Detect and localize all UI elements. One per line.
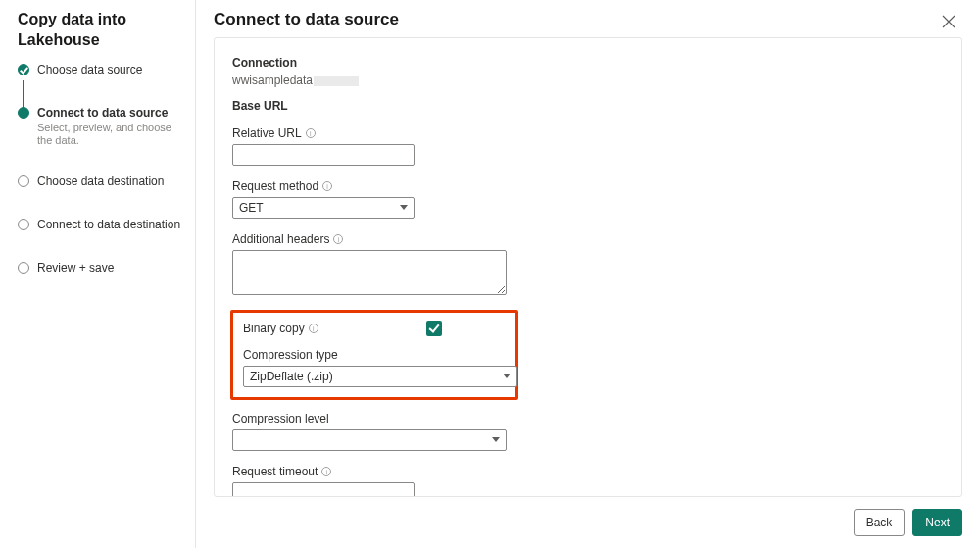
additional-headers-label: Additional headers i (232, 232, 944, 246)
page-title: Connect to data source (214, 10, 962, 29)
check-icon (18, 64, 29, 75)
compression-type-label: Compression type (243, 348, 506, 362)
info-icon[interactable]: i (322, 181, 332, 191)
back-button[interactable]: Back (854, 509, 906, 536)
step-connector (18, 84, 183, 104)
relative-url-field: Relative URL i (232, 126, 944, 166)
step-connector (18, 196, 183, 216)
chevron-down-icon (400, 205, 408, 213)
info-icon[interactable]: i (306, 128, 316, 138)
request-timeout-label: Request timeout i (232, 465, 944, 478)
compression-type-field: Compression type ZipDeflate (.zip) (243, 348, 506, 387)
form-card: Connection wwisampledata Base URL Relati… (214, 37, 962, 497)
info-icon[interactable]: i (333, 234, 343, 244)
info-icon[interactable]: i (321, 467, 331, 476)
wizard-title: Copy data into Lakehouse (18, 10, 183, 51)
step-connect-to-data-destination[interactable]: Connect to data destination (18, 218, 183, 233)
step-review-save[interactable]: Review + save (18, 261, 183, 276)
sidebar: Copy data into Lakehouse Choose data sou… (0, 0, 196, 548)
relative-url-label: Relative URL i (232, 126, 944, 140)
compression-type-select[interactable]: ZipDeflate (.zip) (243, 366, 517, 387)
wizard-steps: Choose data source Connect to data sourc… (18, 63, 183, 276)
step-connector (18, 239, 183, 259)
redacted-text (314, 76, 359, 86)
dot-icon (18, 107, 29, 119)
step-choose-data-source[interactable]: Choose data source (18, 63, 183, 78)
request-timeout-field: Request timeout i (232, 465, 944, 497)
step-connect-to-data-source[interactable]: Connect to data source Select, preview, … (18, 106, 183, 147)
footer-buttons: Back Next (214, 497, 962, 536)
highlighted-region: Binary copy i Compression type ZipDeflat… (230, 310, 518, 400)
compression-level-field: Compression level (232, 412, 944, 451)
binary-copy-field: Binary copy i (243, 321, 506, 336)
compression-level-label: Compression level (232, 412, 944, 425)
request-method-label: Request method i (232, 179, 944, 193)
compression-level-select[interactable] (232, 429, 507, 451)
circle-icon (18, 219, 29, 230)
additional-headers-input[interactable] (232, 250, 507, 295)
binary-copy-checkbox[interactable] (426, 321, 442, 336)
additional-headers-field: Additional headers i (232, 232, 944, 298)
connection-label: Connection (232, 56, 944, 70)
request-timeout-input[interactable] (232, 482, 415, 497)
request-method-field: Request method i GET (232, 179, 944, 219)
info-icon[interactable]: i (309, 324, 318, 333)
circle-icon (18, 175, 29, 187)
main-pane: Connect to data source Connection wwisam… (196, 0, 980, 548)
base-url-label: Base URL (232, 99, 944, 113)
chevron-down-icon (492, 437, 500, 445)
binary-copy-label: Binary copy i (243, 322, 318, 335)
request-method-select[interactable]: GET (232, 197, 415, 219)
connection-value: wwisampledata (232, 74, 944, 87)
relative-url-input[interactable] (232, 144, 415, 166)
step-connector (18, 153, 183, 173)
connection-value-text: wwisampledata (232, 74, 313, 87)
step-choose-data-destination[interactable]: Choose data destination (18, 174, 183, 190)
close-button[interactable] (941, 14, 958, 31)
chevron-down-icon (503, 374, 511, 381)
circle-icon (18, 262, 29, 274)
next-button[interactable]: Next (912, 509, 962, 536)
